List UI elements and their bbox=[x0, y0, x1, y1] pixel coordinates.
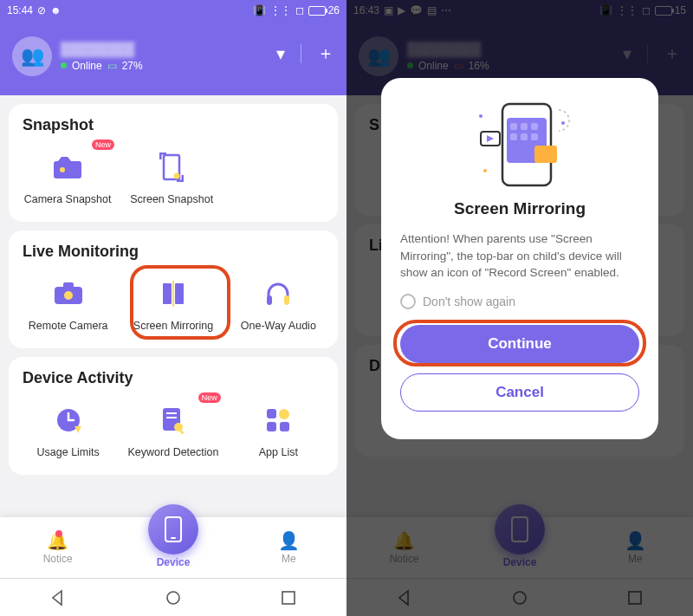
new-badge: New bbox=[92, 139, 114, 150]
person-icon: 👤 bbox=[278, 530, 300, 551]
label-oneway-audio: One-Way Audio bbox=[241, 320, 316, 333]
svg-marker-18 bbox=[74, 426, 81, 433]
avatar[interactable]: 👥 bbox=[12, 36, 52, 76]
section-title-snapshot: Snapshot bbox=[23, 116, 331, 134]
svg-rect-21 bbox=[166, 417, 177, 418]
svg-rect-10 bbox=[63, 282, 74, 289]
cancel-button[interactable]: Cancel bbox=[400, 373, 639, 412]
svg-rect-44 bbox=[531, 133, 538, 140]
headphones-icon bbox=[257, 273, 299, 314]
modal-body: Attention! When parents use "Screen Mirr… bbox=[400, 230, 639, 282]
check-icon: ⊘ bbox=[37, 4, 46, 16]
plus-icon[interactable]: ＋ bbox=[317, 42, 334, 65]
svg-rect-45 bbox=[534, 146, 557, 163]
label-camera-snapshot: Camera Snapshot bbox=[24, 193, 112, 206]
svg-rect-32 bbox=[282, 592, 295, 604]
screen-right: 16:43 ▣ ▶ 💬 ▤ ⋯ 📳 ⋮⋮ ◻ 15 👥 ████████ bbox=[346, 0, 693, 616]
app-header: 👥 ████████ Online ▭ 27% ▾ ＋ bbox=[0, 21, 346, 95]
svg-point-11 bbox=[64, 291, 73, 300]
section-title-activity: Device Activity bbox=[23, 369, 331, 387]
svg-point-8 bbox=[174, 173, 180, 179]
svg-point-49 bbox=[561, 121, 565, 125]
chevron-down-icon[interactable]: ▾ bbox=[276, 43, 285, 64]
screen-left: 15:44 ⊘ ☻ 📳 ⋮⋮ ◻ 26 👥 ████████ Online ▭ … bbox=[0, 0, 346, 616]
svg-rect-40 bbox=[521, 123, 528, 130]
item-app-list[interactable]: App List bbox=[226, 396, 331, 463]
dont-show-checkbox[interactable]: Don't show again bbox=[400, 294, 515, 309]
svg-rect-20 bbox=[166, 412, 177, 414]
status-bar: 15:44 ⊘ ☻ 📳 ⋮⋮ ◻ 26 bbox=[0, 0, 346, 21]
svg-rect-7 bbox=[182, 175, 185, 182]
status-time: 15:44 bbox=[7, 4, 33, 16]
battery-icon: 26 bbox=[308, 4, 340, 16]
bell-icon: 🔔 bbox=[47, 530, 68, 551]
nav-me[interactable]: 👤 Me bbox=[231, 530, 346, 565]
svg-point-50 bbox=[483, 169, 487, 172]
svg-rect-5 bbox=[159, 152, 162, 159]
svg-point-31 bbox=[167, 592, 179, 604]
section-title-live: Live Monitoring bbox=[23, 243, 331, 261]
online-text: Online bbox=[72, 60, 102, 72]
svg-rect-15 bbox=[267, 295, 272, 305]
back-icon[interactable] bbox=[49, 589, 67, 606]
modal-illustration bbox=[450, 97, 589, 192]
svg-rect-43 bbox=[521, 133, 528, 140]
cancel-label: Cancel bbox=[495, 384, 544, 401]
face-icon: ☻ bbox=[50, 4, 62, 16]
svg-marker-1 bbox=[58, 157, 71, 161]
item-camera-snapshot[interactable]: New Camera Snapshot bbox=[16, 143, 120, 210]
wifi-icon: ⋮⋮ bbox=[270, 4, 291, 16]
nav-notice[interactable]: 🔔 Notice bbox=[0, 530, 115, 565]
label-app-list: App List bbox=[259, 446, 298, 459]
username: ████████ bbox=[61, 42, 143, 56]
recents-icon[interactable] bbox=[280, 589, 297, 606]
nav-notice-label: Notice bbox=[43, 553, 73, 565]
new-badge: New bbox=[198, 392, 221, 403]
camera-icon bbox=[48, 273, 89, 314]
status-row: Online ▭ 27% bbox=[61, 60, 143, 72]
item-keyword-detection[interactable]: New Keyword Detection bbox=[120, 396, 225, 463]
label-keyword-detection: Keyword Detection bbox=[128, 446, 219, 459]
modal-title: Screen Mirroring bbox=[454, 199, 586, 218]
label-screen-snapshot: Screen Snapshot bbox=[130, 193, 213, 206]
svg-rect-0 bbox=[54, 161, 81, 178]
card-device-activity: Device Activity Usage Limits New Keyword… bbox=[9, 357, 338, 475]
svg-point-48 bbox=[479, 114, 483, 118]
nav-device-label: Device bbox=[157, 556, 191, 568]
item-usage-limits[interactable]: Usage Limits bbox=[16, 396, 120, 463]
svg-rect-26 bbox=[267, 422, 276, 431]
main-content: Snapshot New Camera Snapshot Screen Snap… bbox=[0, 95, 346, 517]
document-search-icon: New bbox=[152, 399, 194, 441]
nav-device[interactable]: Device bbox=[115, 527, 230, 568]
svg-marker-30 bbox=[53, 591, 62, 605]
highlight-ring bbox=[393, 320, 646, 366]
card-snapshot: Snapshot New Camera Snapshot Screen Snap… bbox=[9, 104, 338, 222]
svg-rect-29 bbox=[171, 537, 176, 539]
device-fab-icon bbox=[148, 504, 198, 554]
device-battery: 27% bbox=[122, 60, 143, 72]
dont-show-label: Don't show again bbox=[423, 295, 515, 308]
screenshot-icon bbox=[151, 146, 192, 188]
online-dot-icon bbox=[61, 62, 67, 68]
signal-icon: ◻ bbox=[295, 4, 304, 16]
svg-rect-42 bbox=[510, 133, 517, 140]
android-nav-bar bbox=[0, 578, 346, 616]
svg-rect-24 bbox=[267, 409, 276, 418]
svg-rect-25 bbox=[280, 422, 289, 431]
highlight-ring bbox=[130, 265, 230, 340]
vibrate-icon: 📳 bbox=[253, 4, 266, 16]
nav-me-label: Me bbox=[282, 553, 296, 565]
item-screen-snapshot[interactable]: Screen Snapshot bbox=[120, 143, 223, 210]
bottom-nav: 🔔 Notice Device 👤 Me bbox=[0, 517, 346, 578]
item-remote-camera[interactable]: Remote Camera bbox=[16, 269, 120, 336]
item-oneway-audio[interactable]: One-Way Audio bbox=[226, 269, 331, 336]
screen-mirroring-modal: Screen Mirroring Attention! When parents… bbox=[381, 78, 658, 439]
svg-point-2 bbox=[60, 167, 65, 172]
battery-mini-icon: ▭ bbox=[107, 60, 117, 72]
svg-point-27 bbox=[279, 409, 289, 419]
label-remote-camera: Remote Camera bbox=[29, 320, 108, 333]
card-live-monitoring: Live Monitoring Remote Camera Screen Mir… bbox=[9, 230, 338, 348]
clock-icon bbox=[48, 399, 89, 441]
label-usage-limits: Usage Limits bbox=[37, 446, 100, 459]
home-icon[interactable] bbox=[165, 589, 182, 606]
